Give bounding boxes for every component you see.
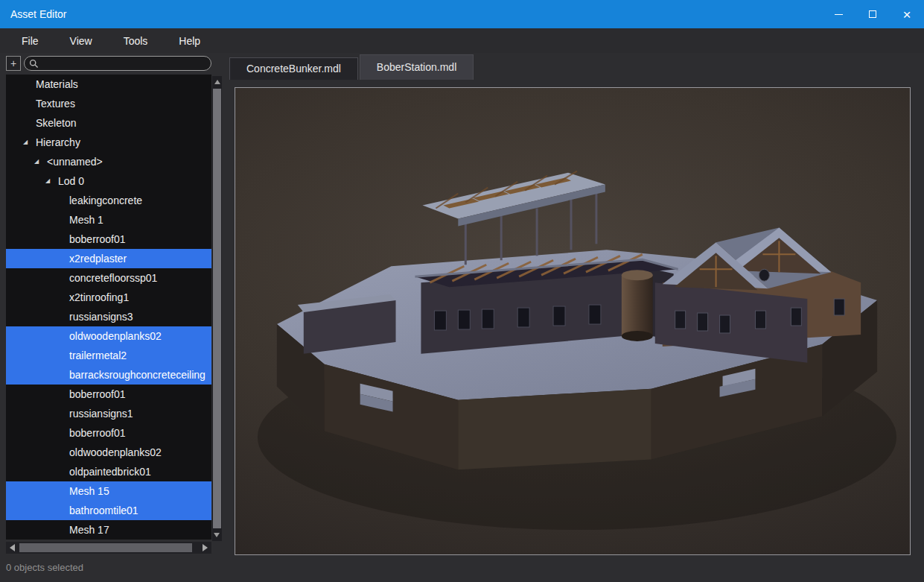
tab-BoberStation.mdl[interactable]: BoberStation.mdl <box>360 54 474 80</box>
tree-item[interactable]: Materials <box>6 75 211 94</box>
tree-item[interactable]: Mesh 15 <box>6 481 211 501</box>
tree-item-label: concretefloorssp01 <box>69 272 157 284</box>
tree-item-label: oldpaintedbrick01 <box>69 466 151 478</box>
tree-item[interactable]: x2tinroofing1 <box>6 288 211 307</box>
horizontal-scrollbar-thumb[interactable] <box>19 543 192 552</box>
tree-item[interactable]: ◢Hierarchy <box>6 133 211 152</box>
close-icon: × <box>902 7 911 22</box>
tree-item-label: boberroof01 <box>69 427 126 439</box>
tree-item-label: Mesh 1 <box>69 214 103 226</box>
scroll-right-icon[interactable] <box>203 544 208 551</box>
menu-item-view[interactable]: View <box>59 30 103 52</box>
close-button[interactable]: × <box>890 0 924 28</box>
scroll-left-icon[interactable] <box>10 544 15 551</box>
tree-item-label: Mesh 15 <box>69 485 109 497</box>
minimize-icon <box>835 14 843 15</box>
status-bar-text: 0 objects selected <box>6 562 83 573</box>
tree-item-label: Hierarchy <box>36 136 80 148</box>
menu-item-file[interactable]: File <box>10 30 50 52</box>
tree-item[interactable]: leakingconcrete <box>6 191 211 210</box>
tree-item[interactable]: Textures <box>6 94 211 113</box>
tree-item-label: oldwoodenplanks02 <box>69 330 162 342</box>
tree-item-label: russiansigns3 <box>69 311 133 323</box>
tree-item-label: x2tinroofing1 <box>69 291 129 303</box>
menu-item-help[interactable]: Help <box>168 30 211 52</box>
tree-item-label: russiansigns1 <box>69 408 133 420</box>
left-toolbar: + <box>6 55 211 72</box>
tree-item-label: bathroomtile01 <box>69 504 138 516</box>
tree-item-label: Skeleton <box>36 117 76 129</box>
tree-item-label: Mesh 17 <box>69 524 109 536</box>
model-3d-render <box>235 88 910 554</box>
tree-item[interactable]: boberroof01 <box>6 230 211 249</box>
tree-item[interactable]: oldwoodenplanks02 <box>6 443 211 462</box>
tree-item[interactable]: oldpaintedbrick01 <box>6 462 211 481</box>
tree-item-label: <unnamed> <box>47 156 103 168</box>
vertical-scrollbar-thumb[interactable] <box>213 89 221 528</box>
tree-item[interactable]: russiansigns3 <box>6 307 211 326</box>
maximize-icon <box>869 10 876 18</box>
tree-item-label: boberroof01 <box>69 233 126 245</box>
tree-item[interactable]: Mesh 1 <box>6 210 211 230</box>
window-controls: × <box>821 0 924 28</box>
tree-item[interactable]: boberroof01 <box>6 385 211 404</box>
menu-bar: FileViewToolsHelp <box>0 28 924 53</box>
tree-item-label: Textures <box>36 98 75 110</box>
expander-icon[interactable]: ◢ <box>45 171 50 191</box>
tree-item-label: Materials <box>36 78 78 90</box>
scroll-down-icon[interactable] <box>214 533 220 537</box>
tree-item[interactable]: ◢<unnamed> <box>6 152 211 171</box>
tree-item[interactable]: trailermetal2 <box>6 346 211 365</box>
expander-icon[interactable]: ◢ <box>34 152 39 171</box>
tree-item[interactable]: boberroof01 <box>6 423 211 443</box>
tree-item-label: boberroof01 <box>69 388 126 400</box>
tree-item[interactable]: ◢Lod 0 <box>6 171 211 191</box>
tree-item[interactable]: oldwoodenplanks02 <box>6 326 211 346</box>
tree-item[interactable]: Mesh 17 <box>6 520 211 540</box>
window-title: Asset Editor <box>0 8 66 20</box>
tree-item[interactable]: bathroomtile01 <box>6 501 211 520</box>
horizontal-scrollbar[interactable] <box>6 542 211 554</box>
expander-icon[interactable]: ◢ <box>23 133 28 152</box>
tree-item-label: barracksroughconcreteceiling <box>69 369 205 381</box>
add-button[interactable]: + <box>6 56 21 71</box>
3d-viewport[interactable] <box>235 87 911 555</box>
tree-item-label: oldwoodenplanks02 <box>69 446 162 458</box>
search-icon <box>29 59 39 69</box>
search-box[interactable] <box>24 56 211 71</box>
tree: MaterialsTexturesSkeleton◢Hierarchy◢<unn… <box>6 75 211 540</box>
title-bar[interactable]: Asset Editor × <box>0 0 924 28</box>
minimize-button[interactable] <box>821 0 856 28</box>
viewport-panel <box>226 80 918 563</box>
tree-item-label: x2redplaster <box>69 253 127 265</box>
vertical-scrollbar[interactable] <box>212 76 222 541</box>
tree-item-label: Lod 0 <box>58 175 84 187</box>
tree-item[interactable]: concretefloorssp01 <box>6 268 211 288</box>
tree-item[interactable]: russiansigns1 <box>6 404 211 423</box>
tree-item[interactable]: Skeleton <box>6 113 211 133</box>
tab-ConcreteBunker.mdl[interactable]: ConcreteBunker.mdl <box>229 57 358 80</box>
tree-item[interactable]: x2redplaster <box>6 249 211 268</box>
scroll-up-icon[interactable] <box>214 80 220 84</box>
tree-item[interactable]: barracksroughconcreteceiling <box>6 365 211 385</box>
search-input[interactable] <box>39 58 206 69</box>
maximize-button[interactable] <box>856 0 890 28</box>
tree-item-label: trailermetal2 <box>69 349 127 361</box>
tab-bar: ConcreteBunker.mdlBoberStation.mdl <box>229 54 474 80</box>
menu-item-tools[interactable]: Tools <box>112 30 159 52</box>
tree-item-label: leakingconcrete <box>69 194 142 206</box>
